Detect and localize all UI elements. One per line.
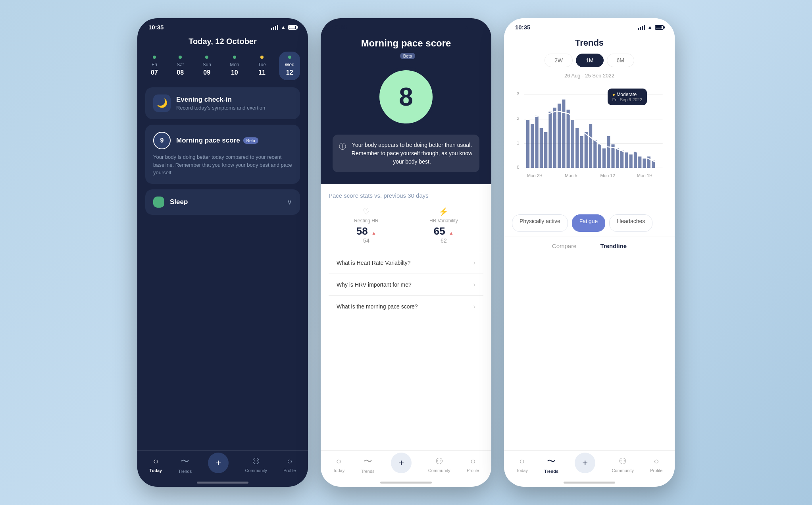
svg-rect-34: [643, 158, 646, 168]
trends-title: Trends: [512, 38, 667, 48]
stats-header: Pace score stats vs. previous 30 days: [329, 192, 483, 199]
sleep-card[interactable]: Sleep ∨: [145, 189, 300, 215]
morning-pace-title: Morning pace score: [176, 137, 240, 145]
dot-sun: [205, 56, 208, 59]
morning-pace-card[interactable]: 9 Morning pace score Beta Your body is d…: [145, 125, 300, 184]
phone1-content: Today, 12 October Fri 07 Sat 08 Sun 09 M…: [137, 34, 308, 450]
day-sun[interactable]: Sun 09: [197, 52, 217, 80]
svg-rect-30: [625, 152, 628, 168]
nav-profile-2[interactable]: ○ Profile: [467, 456, 479, 473]
trends-nav-icon-3: 〜: [547, 455, 556, 467]
faq-arrow-1: ›: [473, 259, 475, 266]
day-mon[interactable]: Mon 10: [224, 52, 244, 80]
day-name-fri: Fri: [152, 62, 157, 67]
morning-pace-text: Morning pace score Beta: [176, 137, 258, 145]
pill-headaches[interactable]: Headaches: [609, 214, 652, 232]
nav-community-label-1: Community: [245, 468, 267, 473]
signal-icon-3: [638, 25, 645, 30]
morning-pace-body: Your body is doing better today compared…: [153, 153, 292, 177]
svg-text:Mon 12: Mon 12: [600, 173, 615, 178]
date-range: 26 Aug - 25 Sep 2022: [512, 73, 667, 79]
phone-pace-detail: 10:35 ▲ Morning pace score Beta 8 ⓘ: [321, 18, 491, 487]
faq-label-3: What is the morning pace score?: [337, 303, 418, 310]
svg-rect-16: [562, 100, 565, 168]
hrv-label: HR Variability: [429, 218, 458, 224]
day-sat[interactable]: Sat 08: [171, 52, 189, 80]
tab-1m[interactable]: 1M: [576, 54, 603, 67]
status-icons-1: ▲: [271, 24, 297, 30]
phone3-content: Trends 2W 1M 6M 26 Aug - 25 Sep 2022 Mod…: [504, 34, 675, 450]
trends-header: Trends 2W 1M 6M 26 Aug - 25 Sep 2022: [504, 34, 675, 83]
dot-fri: [153, 56, 156, 59]
compare-option[interactable]: Compare: [552, 243, 577, 249]
wifi-icon-1: ▲: [281, 24, 286, 30]
faq-item-3[interactable]: What is the morning pace score? ›: [329, 295, 483, 317]
community-nav-icon-3: ⚇: [619, 456, 627, 466]
nav-add-2[interactable]: +: [391, 453, 412, 473]
tab-6m[interactable]: 6M: [607, 54, 634, 67]
nav-trends-3[interactable]: 〜 Trends: [544, 455, 558, 474]
svg-text:Mon 5: Mon 5: [565, 173, 577, 178]
faq-item-1[interactable]: What is Heart Rate Variabilty? ›: [329, 252, 483, 274]
phone2-content: Morning pace score Beta 8 ⓘ Your body ap…: [321, 34, 491, 450]
faq-item-2[interactable]: Why is HRV important for me? ›: [329, 274, 483, 295]
time-1: 10:35: [148, 24, 164, 31]
nav-today-3[interactable]: ○ Today: [516, 456, 528, 473]
wifi-icon-2: ▲: [464, 24, 469, 30]
nav-today-2[interactable]: ○ Today: [333, 456, 344, 473]
nav-community-2[interactable]: ⚇ Community: [428, 456, 450, 473]
nav-community-1[interactable]: ⚇ Community: [245, 456, 267, 473]
stats-label: Pace score stats vs.: [329, 192, 382, 199]
day-fri[interactable]: Fri 07: [145, 52, 164, 80]
pace-detail-title: Morning pace score: [329, 38, 483, 49]
nav-today-1[interactable]: ○ Today: [150, 456, 162, 473]
day-name-wed: Wed: [285, 62, 294, 67]
svg-rect-22: [589, 124, 592, 168]
pace-info-card: ⓘ Your body appears to be doing better t…: [333, 135, 479, 172]
day-tue[interactable]: Tue 11: [252, 52, 271, 80]
today-nav-icon-2: ○: [336, 456, 341, 466]
faq-arrow-3: ›: [473, 303, 475, 310]
day-name-sat: Sat: [177, 62, 184, 67]
score-value: 8: [399, 82, 413, 112]
hrv-icon: ⚡: [429, 207, 458, 216]
nav-trends-1[interactable]: 〜 Trends: [178, 455, 192, 474]
pill-fatigue[interactable]: Fatigue: [572, 214, 606, 232]
svg-rect-31: [629, 154, 633, 168]
compare-section: Compare Trendline: [504, 237, 675, 255]
trendline-option[interactable]: Trendline: [600, 243, 627, 249]
svg-text:Mon 29: Mon 29: [527, 173, 542, 178]
svg-rect-28: [616, 148, 619, 168]
nav-add-1[interactable]: +: [208, 453, 229, 473]
svg-rect-32: [634, 152, 637, 168]
heart-icon: ♡: [354, 207, 378, 216]
nav-trends-2[interactable]: 〜 Trends: [361, 455, 375, 474]
svg-text:2: 2: [517, 116, 519, 121]
nav-profile-3[interactable]: ○ Profile: [650, 456, 662, 473]
nav-community-3[interactable]: ⚇ Community: [612, 456, 634, 473]
resting-hr-stat: ♡ Resting HR 58 ▲ 54: [354, 207, 378, 244]
today-nav-icon-3: ○: [520, 456, 525, 466]
nav-profile-1[interactable]: ○ Profile: [283, 456, 296, 473]
evening-checkin-card[interactable]: 🌙 Evening check-in Record today's sympto…: [145, 87, 300, 119]
svg-rect-11: [540, 128, 543, 168]
svg-rect-9: [531, 124, 534, 168]
trends-nav-icon-2: 〜: [364, 455, 372, 467]
home-indicator-1: [197, 482, 248, 484]
nav-today-label: Today: [150, 468, 162, 473]
day-wed[interactable]: Wed 12: [279, 52, 300, 80]
community-nav-icon-2: ⚇: [435, 456, 443, 466]
tab-2w[interactable]: 2W: [545, 54, 573, 67]
nav-community-label-2: Community: [428, 468, 450, 473]
nav-trends-label-3: Trends: [544, 469, 558, 474]
svg-text:Mon 19: Mon 19: [637, 173, 652, 178]
dot-mon: [233, 56, 236, 59]
chart-container: Moderate Fri, Sep 9 2022 3 2 1 0: [504, 83, 675, 210]
svg-rect-15: [558, 104, 561, 168]
tooltip-label: Moderate: [616, 92, 637, 97]
sleep-title: Sleep: [170, 198, 188, 206]
svg-rect-17: [567, 110, 570, 168]
pill-physically-active[interactable]: Physically active: [512, 214, 568, 232]
dot-tue: [260, 56, 264, 59]
nav-add-3[interactable]: +: [575, 453, 595, 473]
